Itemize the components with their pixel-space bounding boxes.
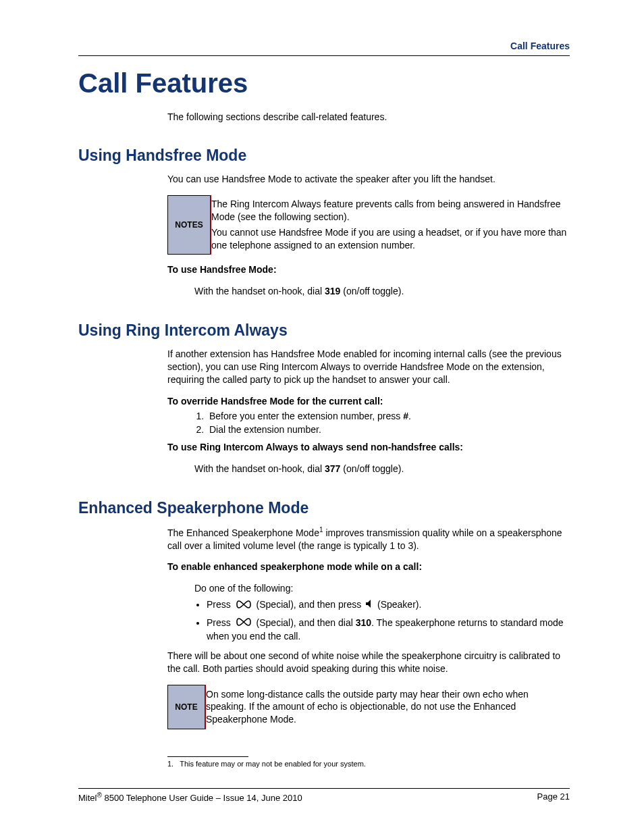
note-body: On some long-distance calls the outside …	[205, 685, 570, 729]
ringintercom-stepB: With the handset on-hook, dial 377 (on/o…	[194, 462, 570, 476]
note-box: NOTE On some long-distance calls the out…	[167, 685, 570, 729]
notes-body: The Ring Intercom Always feature prevent…	[211, 195, 570, 255]
page: Call Features Call Features The followin…	[0, 0, 644, 834]
speakerphone-sub: To enable enhanced speakerphone mode whi…	[167, 561, 570, 572]
ringintercom-subB: To use Ring Intercom Always to always se…	[167, 442, 570, 452]
speakerphone-bullets: Press (Special), and then press (Speaker…	[167, 598, 570, 643]
section-handsfree-title: Using Handsfree Mode	[78, 147, 570, 165]
speakerphone-para2: There will be about one second of white …	[167, 650, 570, 675]
footnote: 1. This feature may or may not be enable…	[167, 760, 570, 768]
footnote-num: 1.	[167, 760, 173, 768]
footer-rule	[78, 788, 570, 789]
chapter-title: Call Features	[78, 68, 570, 99]
footer: Mitel® 8500 Telephone User Guide – Issue…	[78, 791, 570, 803]
note-text: On some long-distance calls the outside …	[206, 688, 570, 727]
note-line-2: You cannot use Handsfree Mode if you are…	[211, 226, 570, 252]
stepB-pre: With the handset on-hook, dial	[194, 463, 325, 474]
para-pre: The Enhanced Speakerphone Mode	[167, 527, 319, 538]
footer-left: Mitel® 8500 Telephone User Guide – Issue…	[78, 791, 302, 803]
section-ringintercom-body: If another extension has Handsfree Mode …	[167, 348, 570, 476]
step-text-post: (on/off toggle).	[340, 286, 404, 296]
step1-post: .	[408, 411, 411, 421]
handsfree-subhead: To use Handsfree Mode:	[167, 264, 570, 275]
stepB-post: (on/off toggle).	[340, 463, 404, 474]
infinity-special-icon	[235, 599, 252, 613]
footer-left-post: 8500 Telephone User Guide – Issue 14, Ju…	[102, 793, 302, 803]
notes-label: NOTES	[168, 195, 211, 255]
note-line-1: The Ring Intercom Always feature prevent…	[211, 198, 570, 224]
list-item: Press (Special), and then press (Speaker…	[207, 598, 570, 612]
ringintercom-para: If another extension has Handsfree Mode …	[167, 348, 570, 386]
step1-key: #	[403, 411, 408, 421]
stepB-code: 377	[325, 463, 340, 474]
b1-c: (Speaker).	[377, 599, 421, 610]
ringintercom-steps: Before you enter the extension number, p…	[167, 411, 570, 435]
footnote-rule	[167, 756, 248, 757]
footer-left-pre: Mitel	[78, 793, 97, 803]
list-item: Dial the extension number.	[207, 424, 570, 435]
list-item: Before you enter the extension number, p…	[207, 411, 570, 421]
b1-a: Press	[207, 599, 234, 610]
section-handsfree-body: You can use Handsfree Mode to activate t…	[167, 173, 570, 298]
header-rule	[78, 55, 570, 56]
intro-block: The following sections describe call-rel…	[167, 111, 570, 124]
footer-left-sup: ®	[97, 791, 101, 799]
header-breadcrumb: Call Features	[78, 41, 570, 51]
footer-right: Page 21	[537, 791, 570, 803]
infinity-special-icon	[235, 617, 252, 630]
section-ringintercom-title: Using Ring Intercom Always	[78, 321, 570, 340]
step-text-pre: With the handset on-hook, dial	[194, 286, 325, 296]
handsfree-step: With the handset on-hook, dial 319 (on/o…	[194, 284, 570, 298]
b2-b: (Special), and then dial	[257, 617, 356, 628]
speakerphone-para: The Enhanced Speakerphone Mode1 improves…	[167, 525, 570, 552]
handsfree-para: You can use Handsfree Mode to activate t…	[167, 173, 570, 186]
section-speakerphone-title: Enhanced Speakerphone Mode	[78, 499, 570, 517]
step1-pre: Before you enter the extension number, p…	[209, 411, 403, 421]
speaker-icon	[365, 599, 373, 613]
note-label: NOTE	[168, 685, 206, 729]
b2-code: 310	[356, 617, 371, 628]
section-speakerphone-body: The Enhanced Speakerphone Mode1 improves…	[167, 525, 570, 729]
speakerphone-lead: Do one of the following:	[194, 581, 570, 596]
step-code: 319	[325, 286, 340, 296]
ringintercom-subA: To override Handsfree Mode for the curre…	[167, 396, 570, 407]
intro-text: The following sections describe call-rel…	[167, 111, 570, 124]
list-item: Press (Special), and then dial 310. The …	[207, 617, 570, 644]
notes-box: NOTES The Ring Intercom Always feature p…	[167, 195, 570, 255]
b1-b: (Special), and then press	[257, 599, 365, 610]
b2-a: Press	[207, 617, 234, 628]
footnote-text: This feature may or may not be enabled f…	[180, 760, 366, 768]
footnote-block: 1. This feature may or may not be enable…	[167, 756, 570, 768]
